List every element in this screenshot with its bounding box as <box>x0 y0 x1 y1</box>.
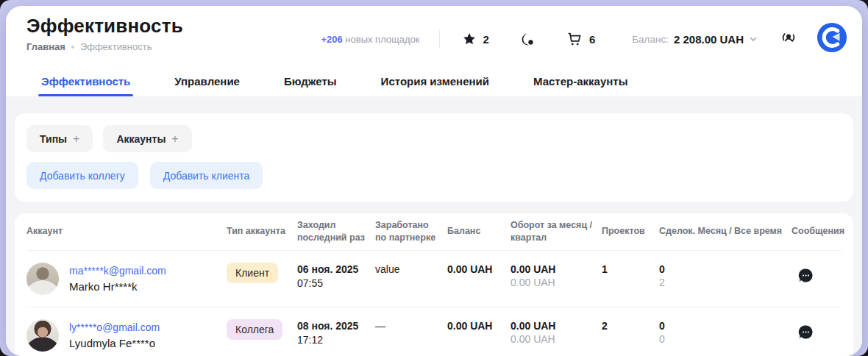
last-visit-time: 17:12 <box>297 334 368 346</box>
message-bubble-icon <box>797 267 814 284</box>
turnover-quarter: 0.00 UAH <box>511 277 594 288</box>
balance-value: 2 208.00 UAH <box>674 33 744 46</box>
filter-types-button[interactable]: Типы + <box>26 125 93 152</box>
last-visit-time: 07:55 <box>297 277 368 289</box>
deals-month: 0 <box>659 320 784 332</box>
table-row: ly*****o@gmail.com Lyudmyla Fe****o Колл… <box>26 307 842 356</box>
account-type-badge: Клиент <box>227 263 278 283</box>
partner-earned-value: — <box>375 307 447 332</box>
projects-count: 1 <box>602 251 659 275</box>
new-platforms-label: новых площадок <box>345 34 419 45</box>
chat-button[interactable] <box>520 32 536 47</box>
app-window: Эффективность Главная Эффективность +206… <box>6 6 862 356</box>
breadcrumb: Главная Эффективность <box>26 41 183 52</box>
star-icon <box>462 32 477 46</box>
chat-bubble-icon <box>520 32 536 47</box>
page-header: Эффективность Главная Эффективность +206… <box>6 6 862 96</box>
column-header-account-type: Тип аккаунта <box>227 219 297 243</box>
tab-change-history[interactable]: История изменений <box>375 72 495 96</box>
shopping-cart-icon <box>566 31 583 47</box>
filters-card: Типы + Аккаунты + Добавить коллегу Добав… <box>15 113 853 202</box>
filter-types-label: Типы <box>40 133 67 145</box>
account-switch-icon[interactable] <box>780 29 797 49</box>
page-title: Эффективность <box>26 15 183 38</box>
tab-effectiveness[interactable]: Эффективность <box>35 72 136 96</box>
account-name: Lyudmyla Fe****o <box>69 337 160 349</box>
topbar: +206 новых площадок 2 <box>321 25 847 53</box>
column-header-messages: Сообщения <box>791 219 852 243</box>
app-logo-c[interactable] <box>817 22 847 53</box>
message-bubble-icon <box>797 324 814 341</box>
topbar-divider <box>439 29 440 49</box>
column-header-balance: Баланс <box>447 219 511 243</box>
message-button[interactable] <box>791 307 842 343</box>
column-header-partner-earned: Заработано по партнерке <box>375 213 447 250</box>
favorites-button[interactable]: 2 <box>462 32 489 46</box>
cart-button[interactable]: 6 <box>566 31 595 47</box>
add-colleague-button[interactable]: Добавить коллегу <box>26 162 138 189</box>
plus-icon: + <box>73 132 79 146</box>
account-type-badge: Коллега <box>227 319 282 340</box>
account-email-link[interactable]: ly*****o@gmail.com <box>69 321 160 333</box>
avatar[interactable] <box>26 319 59 352</box>
tab-budgets[interactable]: Бюджеты <box>278 72 343 96</box>
column-header-projects: Проектов <box>602 219 659 243</box>
tab-master-accounts[interactable]: Мастер-аккаунты <box>527 72 633 96</box>
column-header-account: Аккаунт <box>26 219 227 243</box>
favorites-count: 2 <box>483 33 489 46</box>
plus-icon: + <box>171 132 178 146</box>
avatar[interactable] <box>26 263 59 295</box>
add-client-button[interactable]: Добавить клиента <box>150 162 263 189</box>
message-button[interactable] <box>791 251 842 287</box>
balance-value: 0.00 UAH <box>447 251 511 275</box>
column-header-turnover: Оборот за месяц / квартал <box>511 213 602 250</box>
cart-count: 6 <box>589 33 595 46</box>
turnover-month: 0.00 UAH <box>511 320 594 332</box>
turnover-month: 0.00 UAH <box>511 263 594 275</box>
desktop-background: Эффективность Главная Эффективность +206… <box>0 0 868 356</box>
accounts-table: Аккаунт Тип аккаунта Заходил последний р… <box>15 213 853 356</box>
balance-value: 0.00 UAH <box>447 307 511 332</box>
deals-month: 0 <box>659 263 784 275</box>
breadcrumb-current: Эффективность <box>80 41 152 52</box>
breadcrumb-separator <box>71 46 74 49</box>
table-header-row: Аккаунт Тип аккаунта Заходил последний р… <box>26 213 842 251</box>
account-email-link[interactable]: ma*****k@gmail.com <box>69 265 166 277</box>
projects-count: 2 <box>602 307 659 332</box>
account-name: Marko Hr****k <box>69 280 166 293</box>
deals-total: 2 <box>659 277 784 288</box>
chevron-down-icon <box>749 35 758 43</box>
filter-accounts-label: Аккаунты <box>116 133 166 145</box>
partner-earned-value: value <box>375 251 447 275</box>
table-row: ma*****k@gmail.com Marko Hr****k Клиент … <box>26 251 842 307</box>
tab-management[interactable]: Управление <box>168 72 246 96</box>
balance-label: Баланс: <box>632 34 669 45</box>
last-visit-date: 06 ноя. 2025 <box>297 263 368 275</box>
tab-bar: Эффективность Управление Бюджеты История… <box>26 53 847 96</box>
new-platforms-count: +206 <box>321 34 342 45</box>
breadcrumb-home-link[interactable]: Главная <box>26 41 65 52</box>
turnover-quarter: 0.00 UAH <box>511 333 594 345</box>
last-visit-date: 08 ноя. 2025 <box>297 320 368 332</box>
new-platforms-link[interactable]: +206 новых площадок <box>321 34 419 45</box>
filter-accounts-button[interactable]: Аккаунты + <box>103 125 191 152</box>
column-header-deals: Сделок. Месяц / Все время <box>659 219 791 243</box>
deals-total: 0 <box>659 333 784 345</box>
column-header-last-visit: Заходил последний раз <box>297 213 375 250</box>
content-area: Типы + Аккаунты + Добавить коллегу Добав… <box>6 96 862 356</box>
balance-dropdown[interactable]: Баланс: 2 208.00 UAH <box>632 33 758 46</box>
